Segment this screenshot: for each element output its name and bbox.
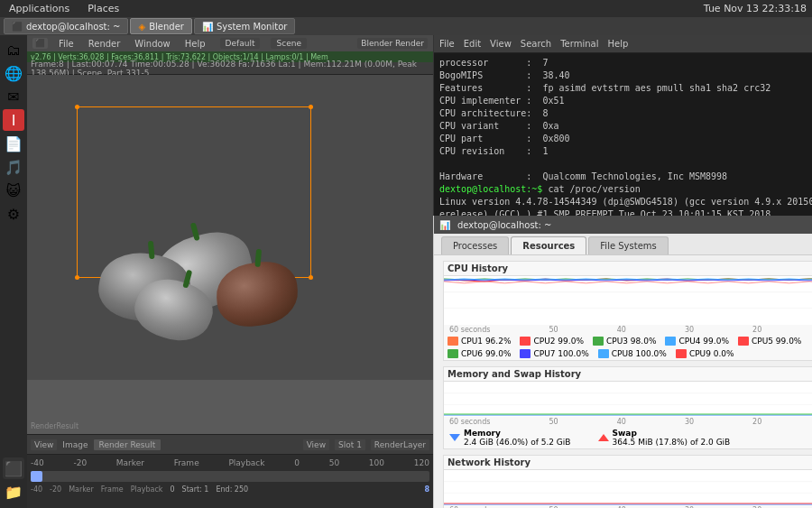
- blender-view2[interactable]: View: [303, 439, 329, 450]
- term-line-6: CPU variant : 0xa: [439, 120, 812, 133]
- blender-scene[interactable]: Scene: [271, 38, 306, 49]
- terminal-body[interactable]: processor : 7 BogoMIPS : 38.40 Features …: [434, 53, 812, 216]
- handle-tl: [75, 105, 79, 109]
- terminal-panel: File Edit View Search Terminal Help proc…: [433, 35, 812, 216]
- main-area: 🗂 🌐 ✉ I 📄 🎵 😺 ⚙ ⬛ 📁 ⬛ File Render Window…: [0, 35, 812, 508]
- term-line-7: CPU part : 0x800: [439, 133, 812, 145]
- terminal-menu: File Edit View Search Terminal Help: [439, 39, 628, 49]
- legend-cpu6: CPU6 99.0%: [448, 349, 511, 358]
- term-menu-edit[interactable]: Edit: [464, 39, 481, 49]
- pepper-stem-2: [148, 241, 155, 259]
- browser-icon[interactable]: 🌐: [3, 62, 24, 84]
- term-line-3: Features : fp asimd evtstrm aes pmull sh…: [439, 82, 812, 95]
- term-menu-file[interactable]: File: [439, 39, 455, 49]
- blender-info-bar: Frame:8 | Last:00:07.74 Time:00:05.28 | …: [27, 62, 433, 75]
- term-menu-view[interactable]: View: [490, 39, 512, 49]
- taskbar-terminal-label: dextop@localhost: ~: [26, 22, 120, 32]
- taskbar-sysmon[interactable]: 📊 System Monitor: [194, 18, 295, 34]
- sysmon-title: dextop@localhost: ~: [457, 220, 551, 230]
- blender-header: ⬛ File Render Window Help Default Scene …: [27, 35, 433, 51]
- legend-cpu7: CPU7 100.0%: [520, 349, 588, 358]
- memory-x-labels: 60 seconds 50 40 30 20 10: [444, 417, 812, 427]
- viewport-info: RenderResult: [31, 422, 78, 430]
- memory-down-arrow: [449, 434, 460, 441]
- blender-window: ⬛ File Render Window Help Default Scene …: [27, 35, 433, 508]
- tab-resources[interactable]: Resources: [511, 236, 586, 254]
- music-icon[interactable]: 🎵: [3, 156, 24, 178]
- term-menu-help[interactable]: Help: [607, 39, 628, 49]
- places-menu[interactable]: Places: [84, 2, 123, 15]
- ide-icon[interactable]: I: [3, 109, 24, 131]
- blender-image-label[interactable]: Image: [62, 440, 88, 449]
- cpu-chart-title: CPU History: [444, 262, 812, 275]
- term-line-11: dextop@localhost:~$ cat /proc/version: [439, 183, 812, 196]
- term-line-10: Hardware : Qualcomm Technologies, Inc MS…: [439, 171, 812, 183]
- blender-menu-window[interactable]: Window: [131, 38, 173, 50]
- network-chart-title: Network History: [444, 456, 812, 469]
- terminal-dock-icon[interactable]: ⬛: [3, 457, 24, 479]
- blender-default[interactable]: Default: [220, 38, 261, 49]
- taskbar-blender[interactable]: ◈ Blender: [130, 18, 191, 34]
- memory-stat: Memory 2.4 GiB (46.0%) of 5.2 GiB: [449, 429, 571, 447]
- character-icon[interactable]: 😺: [3, 180, 24, 201]
- blender-timeline[interactable]: -40-20MarkerFramePlayback050100120 -40 -…: [27, 454, 433, 508]
- taskbar-sysmon-label: System Monitor: [217, 22, 287, 32]
- settings-icon[interactable]: ⚙: [3, 203, 24, 225]
- right-panels: File Edit View Search Terminal Help proc…: [433, 35, 812, 508]
- cpu-chart-area: 100 % 50 % 0 %: [444, 275, 812, 325]
- handle-bl: [75, 275, 79, 280]
- current-frame: 8: [424, 485, 429, 494]
- blender-menu-file[interactable]: File: [55, 38, 78, 50]
- blender-menu-help[interactable]: Help: [181, 38, 209, 50]
- term-menu-terminal[interactable]: Terminal: [560, 39, 598, 49]
- sysmon-content: CPU History: [434, 255, 812, 508]
- tab-processes[interactable]: Processes: [441, 236, 509, 254]
- left-dock: 🗂 🌐 ✉ I 📄 🎵 😺 ⚙ ⬛ 📁: [0, 35, 27, 508]
- network-chart-svg: [444, 470, 812, 505]
- legend-cpu3: CPU3 98.0%: [593, 337, 656, 346]
- term-line-2: BogoMIPS : 38.40: [439, 69, 812, 82]
- memory-stats: Memory 2.4 GiB (46.0%) of 5.2 GiB Swap 3…: [444, 427, 812, 448]
- datetime: Tue Nov 13 22:33:18: [704, 3, 807, 14]
- term-line-9: [439, 158, 812, 171]
- sysmon-panel: 📊 dextop@localhost: ~ Processes Resource…: [433, 216, 812, 508]
- swap-label: Swap: [613, 429, 731, 438]
- pepper-stem-1: [190, 222, 200, 241]
- blender-menu-render[interactable]: Render: [85, 38, 125, 50]
- email-icon[interactable]: ✉: [3, 86, 24, 107]
- memory-label: Memory: [464, 429, 571, 438]
- document-icon[interactable]: 📄: [3, 133, 24, 154]
- tab-file-systems[interactable]: File Systems: [588, 236, 668, 254]
- blender-view-label[interactable]: View: [31, 439, 57, 450]
- term-line-8: CPU revision : 1: [439, 145, 812, 158]
- sysmon-titlebar: 📊 dextop@localhost: ~: [434, 216, 812, 234]
- taskbar: ⬛ dextop@localhost: ~ ◈ Blender 📊 System…: [0, 17, 812, 35]
- applications-menu[interactable]: Applications: [5, 2, 73, 15]
- blender-toolbar-bottom: View Image Render Result View Slot 1 Ren…: [27, 434, 433, 454]
- legend-cpu4: CPU4 99.0%: [665, 337, 728, 346]
- memory-value: 2.4 GiB (46.0%) of 5.2 GiB: [464, 438, 571, 447]
- file-manager-icon[interactable]: 🗂: [3, 39, 24, 60]
- timeline-progress: [31, 471, 42, 482]
- term-menu-search[interactable]: Search: [521, 39, 551, 49]
- blender-render-result[interactable]: Render Result: [94, 439, 161, 450]
- cpu-x-labels: 60 seconds 50 40 30 20 10: [444, 325, 812, 335]
- legend-cpu5: CPU5 99.0%: [738, 337, 801, 346]
- legend-cpu9: CPU9 0.0%: [676, 349, 734, 358]
- timeline-bar[interactable]: [31, 471, 429, 482]
- term-line-1: processor : 7: [439, 57, 812, 69]
- term-line-4: CPU implementer : 0x51: [439, 95, 812, 107]
- blender-viewport[interactable]: RenderResult: [27, 75, 433, 434]
- pepper-objects: [81, 199, 334, 362]
- memory-chart-area: 100 % 50 % 0 %: [444, 381, 812, 417]
- cpu-chart-svg: [444, 276, 812, 325]
- blender-render-engine[interactable]: Blender Render: [357, 38, 428, 49]
- blender-render-layer[interactable]: RenderLayer: [371, 439, 429, 450]
- top-bar: Applications Places Tue Nov 13 22:33:18: [0, 0, 812, 17]
- taskbar-terminal[interactable]: ⬛ dextop@localhost: ~: [4, 18, 128, 34]
- blender-slot[interactable]: Slot 1: [335, 439, 365, 450]
- pepper-stem-3: [254, 249, 262, 267]
- places-label: Places: [88, 3, 119, 14]
- handle-tr: [309, 105, 313, 109]
- files-icon[interactable]: 📁: [3, 481, 24, 503]
